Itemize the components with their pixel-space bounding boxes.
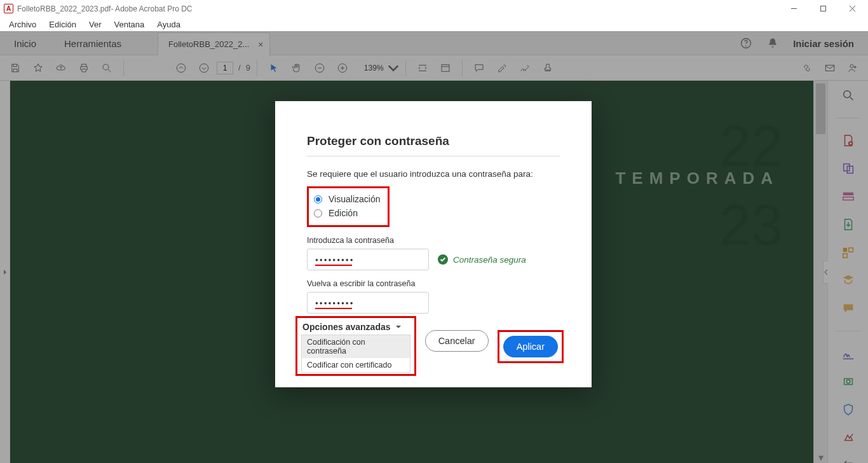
page-separator: / bbox=[238, 63, 241, 73]
advanced-options-menu: Codificación con contraseña Codificar co… bbox=[301, 335, 410, 373]
sign-in-link[interactable]: Iniciar sesión bbox=[793, 38, 854, 49]
fit-width-icon[interactable] bbox=[412, 58, 433, 78]
search-icon[interactable] bbox=[97, 58, 117, 78]
password-label: Introduzca la contraseña bbox=[307, 236, 560, 245]
menubar: Archivo Edición Ver Ventana Ayuda bbox=[0, 17, 868, 31]
scroll-thumb[interactable] bbox=[816, 83, 825, 134]
bell-icon[interactable] bbox=[766, 37, 779, 50]
tool-organize-icon[interactable] bbox=[840, 245, 857, 259]
tab-document-label: FolletoRBB_2022_2... bbox=[168, 39, 249, 49]
advanced-option-password-encoding[interactable]: Codificación con contraseña bbox=[302, 335, 410, 358]
tool-send-sign-icon[interactable] bbox=[840, 273, 857, 287]
maximize-button[interactable] bbox=[808, 0, 837, 17]
tab-home[interactable]: Inicio bbox=[0, 32, 50, 55]
page-down-icon[interactable] bbox=[194, 58, 214, 78]
read-mode-icon[interactable] bbox=[435, 58, 456, 78]
save-icon[interactable] bbox=[5, 58, 25, 78]
zoom-out-icon[interactable] bbox=[309, 58, 330, 78]
help-icon[interactable] bbox=[740, 37, 752, 50]
password-strength-label: Contraseña segura bbox=[453, 255, 526, 265]
menu-ayuda[interactable]: Ayuda bbox=[151, 18, 187, 31]
cancel-button[interactable]: Cancelar bbox=[425, 330, 489, 352]
svg-rect-16 bbox=[843, 197, 853, 200]
apply-button[interactable]: Aplicar bbox=[503, 336, 558, 357]
link-icon[interactable] bbox=[797, 58, 817, 78]
dialog-title: Proteger con contraseña bbox=[307, 134, 560, 156]
svg-rect-18 bbox=[848, 248, 852, 252]
tool-fill-sign-icon[interactable] bbox=[840, 347, 857, 361]
print-icon[interactable] bbox=[74, 58, 94, 78]
page-number: / 9 bbox=[217, 62, 250, 74]
highlight-icon[interactable] bbox=[492, 58, 512, 78]
minimize-button[interactable] bbox=[779, 0, 808, 17]
stamp-icon[interactable] bbox=[538, 58, 558, 78]
svg-rect-8 bbox=[442, 64, 449, 71]
check-circle-icon bbox=[438, 254, 448, 265]
tool-print-production-icon[interactable] bbox=[840, 375, 857, 389]
window-title-app: - Adobe Acrobat Pro DC bbox=[111, 4, 192, 13]
annotation-underline-icon bbox=[315, 265, 352, 266]
menu-ventana[interactable]: Ventana bbox=[108, 18, 151, 31]
hand-tool-icon[interactable] bbox=[287, 58, 307, 78]
left-pane-toggle[interactable] bbox=[0, 81, 10, 463]
apply-button-highlight: Aplicar bbox=[498, 330, 564, 363]
radio-edit-input[interactable] bbox=[314, 209, 322, 218]
sign-tool-icon[interactable] bbox=[515, 58, 535, 78]
tab-tools[interactable]: Herramientas bbox=[50, 32, 135, 55]
radio-row-view[interactable]: Visualización bbox=[314, 192, 383, 206]
radio-group-highlight: Visualización Edición bbox=[307, 186, 390, 227]
right-pane-toggle[interactable] bbox=[823, 261, 828, 284]
menu-edicion[interactable]: Edición bbox=[43, 18, 83, 31]
dialog-subtitle: Se requiere que el usuario introduzca un… bbox=[307, 169, 560, 179]
email-icon[interactable] bbox=[820, 58, 840, 78]
tool-edit-pdf-icon[interactable] bbox=[840, 190, 857, 204]
star-icon[interactable] bbox=[28, 58, 48, 78]
tab-close-icon[interactable]: × bbox=[258, 39, 263, 50]
password-strength: Contraseña segura bbox=[438, 254, 526, 265]
tool-create-pdf-icon[interactable] bbox=[840, 134, 857, 148]
titlebar: A FolletoRBB_2022_2023.pdf - Adobe Acrob… bbox=[0, 0, 868, 17]
share-user-icon[interactable] bbox=[843, 58, 863, 78]
password-confirm-label: Vuelva a escribir la contraseña bbox=[307, 279, 560, 288]
advanced-options-label: Opciones avanzadas bbox=[302, 322, 391, 332]
advanced-options-highlight: Opciones avanzadas Codificación con cont… bbox=[295, 316, 416, 376]
chevron-down-icon bbox=[388, 62, 399, 74]
chevron-down-icon bbox=[395, 323, 402, 331]
tool-search-icon[interactable] bbox=[840, 88, 857, 102]
advanced-options-toggle[interactable]: Opciones avanzadas bbox=[301, 322, 410, 332]
svg-point-5 bbox=[200, 64, 208, 73]
acrobat-icon: A bbox=[4, 4, 13, 13]
select-tool-icon[interactable] bbox=[264, 58, 284, 78]
svg-point-4 bbox=[177, 64, 186, 73]
tool-export-pdf-icon[interactable] bbox=[840, 218, 857, 232]
advanced-option-certificate-encoding[interactable]: Codificar con certificado bbox=[302, 358, 410, 372]
zoom-percent: 139% bbox=[364, 64, 384, 73]
window-controls bbox=[779, 0, 867, 17]
radio-view-input[interactable] bbox=[314, 195, 322, 204]
svg-rect-17 bbox=[843, 248, 846, 252]
tab-document[interactable]: FolletoRBB_2022_2... × bbox=[158, 32, 270, 55]
tool-combine-icon[interactable] bbox=[840, 162, 857, 176]
tool-expand-icon[interactable] bbox=[840, 459, 857, 463]
menu-archivo[interactable]: Archivo bbox=[3, 18, 43, 31]
close-button[interactable] bbox=[837, 0, 867, 17]
password-input[interactable]: ●●●●●●●●● bbox=[307, 249, 429, 270]
menu-ver[interactable]: Ver bbox=[83, 18, 108, 31]
svg-rect-9 bbox=[825, 65, 834, 71]
comment-icon[interactable] bbox=[469, 58, 489, 78]
zoom-value[interactable]: 139% bbox=[364, 62, 399, 74]
cloud-upload-icon[interactable] bbox=[51, 58, 71, 78]
page-current-input[interactable] bbox=[217, 62, 233, 74]
doc-year-bottom: 23 bbox=[719, 193, 783, 258]
zoom-in-icon[interactable] bbox=[332, 58, 353, 78]
svg-rect-14 bbox=[847, 166, 853, 173]
password-confirm-input[interactable]: ●●●●●●●●● bbox=[307, 292, 429, 314]
svg-point-2 bbox=[745, 45, 747, 46]
page-up-icon[interactable] bbox=[171, 58, 191, 78]
tool-comment-icon[interactable] bbox=[840, 301, 857, 315]
svg-rect-0 bbox=[820, 6, 825, 11]
tool-more-tools-icon[interactable] bbox=[840, 431, 857, 445]
tool-protect-icon[interactable] bbox=[840, 403, 857, 417]
radio-row-edit[interactable]: Edición bbox=[314, 206, 383, 220]
scroll-down-icon[interactable]: ▾ bbox=[814, 452, 827, 463]
